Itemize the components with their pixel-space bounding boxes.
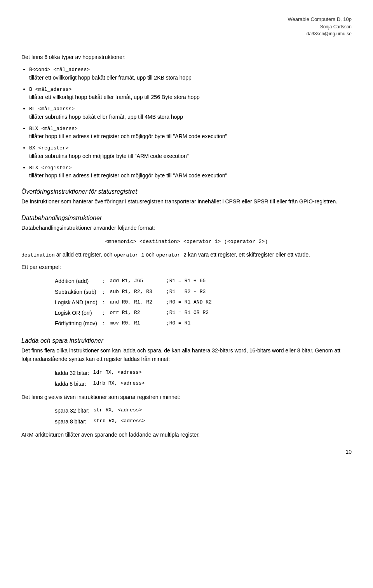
load-save-section: Ladda och spara instruktioner Det finns … [21, 337, 352, 439]
header-title: Wearable Computers D, 10p [21, 16, 352, 23]
examples-table: Addition (add) : add R1, #65 ;R1 = R1 + … [52, 276, 214, 329]
data-section-explanation: destination är alltid ett register, och … [21, 251, 352, 259]
examples-label: Ett par exempel: [21, 263, 352, 272]
list-item-bl: BL <mål_aderss> tillåter subrutins hopp … [29, 104, 352, 121]
example-row-mov: Förflyttning (mov) : mov R0, R1 ;R0 = R1 [52, 318, 214, 329]
transfer-section-title: Överföringsinstruktioner för statusregis… [21, 188, 352, 195]
data-section-title: Databehandlingsinstruktioner [21, 215, 352, 222]
list-item-bx: BX <register> tillåter subrutins hopp oc… [29, 144, 352, 160]
example-row-add: Addition (add) : add R1, #65 ;R1 = R1 + … [52, 276, 214, 286]
page-number: 10 [345, 449, 352, 455]
format-code-block: <mnemonic> <destination> <operator 1> (<… [21, 239, 352, 245]
transfer-section-body: De instruktioner som hanterar överföring… [21, 198, 352, 206]
load-table: ladda 32 bitar: ldr RX, <adress> ladda 8… [52, 368, 147, 389]
example-row-or: Logisk OR (orr) : orr R1, R2 ;R1 = R1 OR… [52, 308, 214, 318]
example-row-and: Logisk AND (and) : and R0, R1, R2 ;R0 = … [52, 297, 214, 308]
data-section-body: Databehandlingsinstruktioner använder fö… [21, 224, 352, 232]
list-item-b: B <mål_aderss> tillåter ett villkorligt … [29, 85, 352, 102]
list-item-blx2: BLX <register> tillåter hopp till en adr… [29, 163, 352, 180]
example-row-sub: Subtraktion (sub) : sub R1, R2, R3 ;R1 =… [52, 287, 214, 297]
page-header: Wearable Computers D, 10p Sonja Carlsson… [21, 16, 352, 37]
data-section: Databehandlingsinstruktioner Databehandl… [21, 215, 352, 259]
store-row-8: spara 8 bitar: strb RX, <adress> [52, 416, 147, 427]
list-item-blx: BLX <mål_aderss> tillåter hopp till en a… [29, 124, 352, 141]
intro-paragraph: Det finns 6 olika typer av hoppinstrukti… [21, 53, 352, 62]
list-item-bcond: B<cond> <mål_adress> tillåter ett ovillk… [29, 65, 352, 82]
load-row-32: ladda 32 bitar: ldr RX, <adress> [52, 368, 147, 378]
instruction-list: B<cond> <mål_adress> tillåter ett ovillk… [29, 65, 352, 180]
arm-architecture-note: ARM-arkitekturen tillåter även sparande … [21, 431, 352, 439]
transfer-section: Överföringsinstruktioner för statusregis… [21, 188, 352, 206]
header-email: da98scn@ing.umu.se [21, 30, 352, 37]
load-save-title: Ladda och spara instruktioner [21, 337, 352, 344]
store-row-32: spara 32 bitar: str RX, <adress> [52, 405, 147, 416]
load-row-8: ladda 8 bitar: ldrb RX, <adress> [52, 378, 147, 389]
header-author: Sonja Carlsson [21, 23, 352, 30]
store-table: spara 32 bitar: str RX, <adress> spara 8… [52, 405, 147, 427]
header-divider [21, 49, 352, 49]
load-save-store-intro: Det finns givetvis även instruktioner so… [21, 393, 352, 402]
load-save-body: Det finns flera olika instruktioner som … [21, 347, 352, 363]
